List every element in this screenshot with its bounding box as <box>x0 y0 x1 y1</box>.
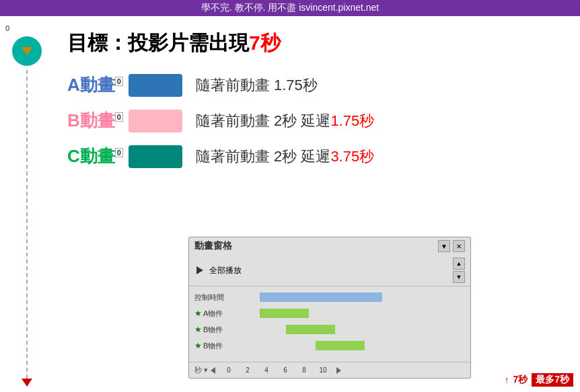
tl-label-3: ★ B物件 <box>194 341 242 351</box>
anim-row-c: C動畫0 隨著前動畫 2秒 延遲3.75秒 <box>67 145 560 168</box>
scale-unit: 秒 ▾ <box>194 365 208 375</box>
anim-label-b: B動畫0 <box>67 109 129 132</box>
timeline-row-3: ★ B物件 <box>194 339 465 352</box>
scale-numbers: 0 2 4 6 8 10 <box>219 366 332 374</box>
tl-bar-3 <box>316 341 365 350</box>
arrow-down-icon <box>22 47 32 55</box>
anim-label-c: C動畫0 <box>67 145 129 168</box>
sidebar-circle <box>12 36 42 66</box>
animation-panel: 動畫窗格 ▼ ✕ 全部播放 ▲ ▼ <box>188 237 471 379</box>
tl-bar-area-1 <box>242 308 465 319</box>
tl-bar-area-0 <box>242 292 465 303</box>
star-icon-2: ★ <box>194 325 202 334</box>
anim-desc-c: 隨著前動畫 2秒 延遲3.75秒 <box>196 147 374 167</box>
panel-title: 動畫窗格 <box>194 240 232 252</box>
scale-6: 6 <box>276 366 295 374</box>
anim-superscript-c: 0 <box>115 148 123 157</box>
sidebar-number: 0 <box>5 24 9 32</box>
anim-desc-a: 隨著前動畫 1.75秒 <box>196 75 318 95</box>
anim-row-b: B動畫0 隨著前動畫 2秒 延遲1.75秒 <box>67 109 560 132</box>
scale-2: 2 <box>238 366 257 374</box>
content-area: 目標：投影片需出現7秒 A動畫0 隨著前動畫 1.75秒 B動畫0 隨著前動畫 … <box>54 16 580 392</box>
timeline-row-1: ★ A物件 <box>194 307 465 320</box>
banner-text: 學不完. 教不停. 用不盡 isvincent.pixnet.net <box>201 2 379 13</box>
delay-c: 3.75秒 <box>330 148 374 165</box>
scale-8: 8 <box>295 366 314 374</box>
scale-4: 4 <box>257 366 276 374</box>
play-button[interactable] <box>194 265 205 276</box>
top-banner: 學不完. 教不停. 用不盡 isvincent.pixnet.net <box>0 0 580 16</box>
sidebar-dotted-line <box>26 70 28 379</box>
color-swatch-b <box>129 110 182 132</box>
panel-close-btn[interactable]: ✕ <box>453 240 465 252</box>
scroll-up-btn[interactable]: ▲ <box>453 258 465 270</box>
time-label: 7秒 <box>513 374 528 386</box>
delay-b: 1.75秒 <box>330 112 374 129</box>
play-icon <box>196 266 203 274</box>
tl-bar-area-2 <box>242 324 465 335</box>
panel-header: 動畫窗格 ▼ ✕ <box>189 237 470 255</box>
timeline-scale: 秒 ▾ 0 2 4 6 8 10 <box>189 362 470 378</box>
color-swatch-a <box>129 74 182 97</box>
timeline-row-0: 控制時間 <box>194 290 465 304</box>
title-row: 目標：投影片需出現7秒 <box>67 30 560 57</box>
scale-left-arrow[interactable] <box>211 367 215 374</box>
panel-toolbar: 全部播放 ▲ ▼ <box>189 255 470 286</box>
anim-desc-b: 隨著前動畫 2秒 延遲1.75秒 <box>196 111 374 131</box>
max-badge: 最多7秒 <box>532 373 573 387</box>
star-icon-1: ★ <box>194 309 202 318</box>
tl-label-1: ★ A物件 <box>194 309 242 319</box>
main-area: 0 目標：投影片需出現7秒 A動畫0 隨著前動畫 1.75秒 B動畫0 隨著前動 <box>0 16 580 392</box>
timeline-area: 控制時間 ★ A物件 <box>189 286 470 359</box>
anim-superscript-b: 0 <box>115 112 123 122</box>
sidebar: 0 <box>0 16 54 392</box>
tl-label-2: ★ B物件 <box>194 325 242 335</box>
panel-dropdown-btn[interactable]: ▼ <box>438 240 450 252</box>
scale-10: 10 <box>314 366 332 374</box>
anim-row-a: A動畫0 隨著前動畫 1.75秒 <box>67 73 560 97</box>
tl-bar-0 <box>260 292 383 302</box>
play-all-label: 全部播放 <box>209 265 242 276</box>
scroll-down-btn[interactable]: ▼ <box>453 271 465 283</box>
title-highlight: 7秒 <box>249 32 281 54</box>
tl-bar-1 <box>260 309 309 318</box>
title-prefix: 目標：投影片需出現 <box>67 32 249 54</box>
arrow-up: ↑ <box>504 375 509 385</box>
tl-bar-area-3 <box>242 340 465 351</box>
panel-controls: ▼ ✕ <box>438 240 465 252</box>
star-icon-3: ★ <box>194 341 202 350</box>
anim-superscript-a: 0 <box>115 77 123 86</box>
arrow-bottom-icon <box>22 379 32 387</box>
scale-0: 0 <box>219 366 238 374</box>
bottom-annotation: ↑ 7秒 最多7秒 <box>504 373 573 387</box>
tl-bar-2 <box>286 325 335 334</box>
anim-label-a: A動畫0 <box>67 73 129 97</box>
scale-right-arrow[interactable] <box>336 367 341 374</box>
scale-arrows[interactable]: 0 2 4 6 8 10 <box>211 366 341 374</box>
timeline-row-2: ★ B物件 <box>194 323 465 336</box>
tl-label-0: 控制時間 <box>194 292 242 303</box>
color-swatch-c <box>129 145 182 168</box>
